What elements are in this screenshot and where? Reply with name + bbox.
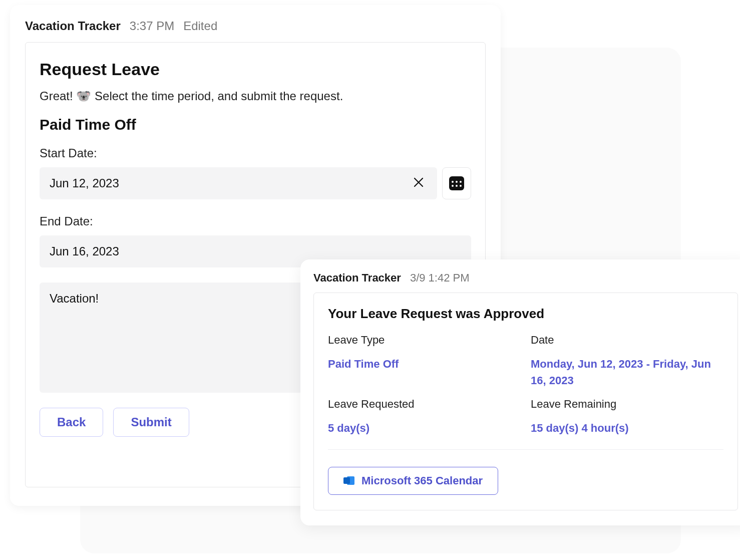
leave-type-value: Paid Time Off xyxy=(328,356,521,389)
card-header: Vacation Tracker 3/9 1:42 PM xyxy=(313,271,738,285)
card-header: Vacation Tracker 3:37 PM Edited xyxy=(25,19,486,33)
date-label: Date xyxy=(531,334,723,347)
info-grid: Leave Type Date Paid Time Off Monday, Ju… xyxy=(328,334,723,436)
approved-inner-card: Your Leave Request was Approved Leave Ty… xyxy=(313,293,738,510)
date-value: Monday, Jun 12, 2023 - Friday, Jun 16, 2… xyxy=(531,356,723,389)
end-date-label: End Date: xyxy=(40,214,471,228)
back-button[interactable]: Back xyxy=(40,408,103,437)
app-name: Vacation Tracker xyxy=(313,271,401,285)
message-timestamp: 3:37 PM xyxy=(130,19,174,33)
start-date-row: Jun 12, 2023 xyxy=(40,167,471,199)
calendar-button-label: Microsoft 365 Calendar xyxy=(361,474,483,487)
form-title: Request Leave xyxy=(40,60,471,79)
start-date-value: Jun 12, 2023 xyxy=(50,176,119,190)
end-date-value: Jun 16, 2023 xyxy=(50,244,119,258)
leave-remaining-value: 15 day(s) 4 hour(s) xyxy=(531,420,723,436)
calendar-icon xyxy=(449,176,464,190)
leave-type-label: Leave Type xyxy=(328,334,521,347)
form-intro-text: Great! 🐨 Select the time period, and sub… xyxy=(40,89,471,103)
edited-indicator: Edited xyxy=(183,19,217,33)
message-timestamp: 3/9 1:42 PM xyxy=(410,271,470,285)
approved-title: Your Leave Request was Approved xyxy=(328,306,723,322)
app-name: Vacation Tracker xyxy=(25,19,121,33)
leave-requested-label: Leave Requested xyxy=(328,398,521,411)
outlook-icon xyxy=(343,476,354,486)
submit-button[interactable]: Submit xyxy=(113,408,189,437)
divider xyxy=(328,449,723,450)
start-date-calendar-button[interactable] xyxy=(442,167,471,199)
leave-type-title: Paid Time Off xyxy=(40,116,471,133)
note-value: Vacation! xyxy=(50,292,99,305)
clear-start-date-icon[interactable] xyxy=(410,177,427,190)
approved-leave-card: Vacation Tracker 3/9 1:42 PM Your Leave … xyxy=(300,259,740,525)
start-date-label: Start Date: xyxy=(40,146,471,160)
start-date-input[interactable]: Jun 12, 2023 xyxy=(40,167,437,199)
leave-requested-value: 5 day(s) xyxy=(328,420,521,436)
microsoft-365-calendar-button[interactable]: Microsoft 365 Calendar xyxy=(328,467,498,495)
leave-remaining-label: Leave Remaining xyxy=(531,398,723,411)
